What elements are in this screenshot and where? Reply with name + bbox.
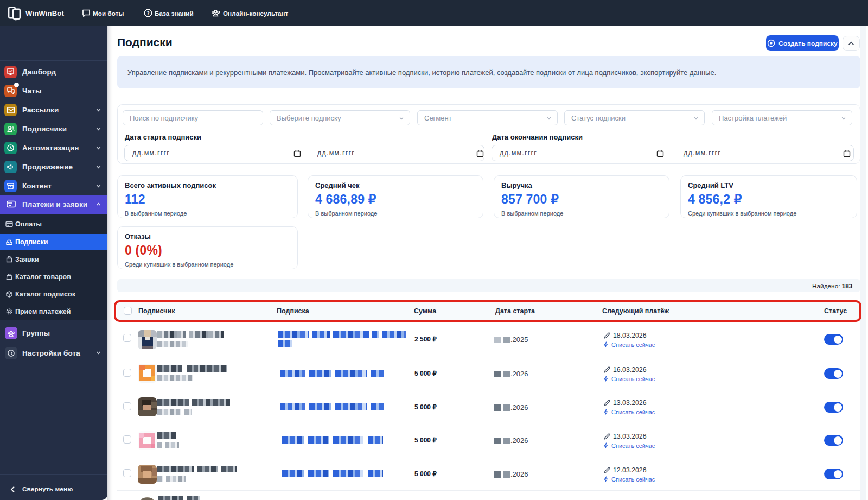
svg-text:?: ? bbox=[146, 10, 150, 16]
